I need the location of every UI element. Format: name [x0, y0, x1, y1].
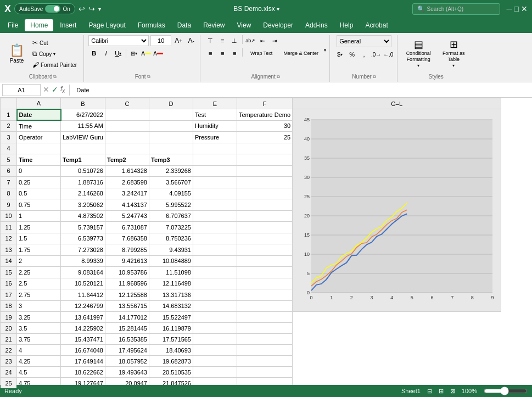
- cell-e4[interactable]: [193, 143, 237, 154]
- cell-e3[interactable]: Pressure: [193, 132, 237, 143]
- menu-page-layout[interactable]: Page Layout: [83, 19, 131, 31]
- cell-a9[interactable]: 0.75: [17, 199, 61, 211]
- cell-b8[interactable]: 2.146268: [61, 188, 105, 199]
- cell-c11[interactable]: 6.731087: [105, 222, 149, 233]
- cell-d24[interactable]: 20.510535: [149, 367, 193, 378]
- format-as-table-button[interactable]: ⊞ Format asTable ▾: [437, 38, 470, 70]
- cell-d1[interactable]: [149, 109, 193, 121]
- cell-c21[interactable]: 16.535385: [105, 334, 149, 345]
- merge-dropdown-icon[interactable]: ▾: [324, 48, 326, 59]
- cell-a2[interactable]: Time: [17, 120, 61, 132]
- normal-view-icon[interactable]: ⊟: [427, 388, 432, 392]
- decimal-increase-button[interactable]: .0→: [371, 49, 382, 60]
- cell-a5[interactable]: Time: [17, 154, 61, 166]
- formula-input[interactable]: [74, 84, 530, 96]
- cell-a20[interactable]: 3.5: [17, 323, 61, 334]
- cell-a16[interactable]: 2.5: [17, 278, 61, 289]
- cell-b18[interactable]: 12.246799: [61, 300, 105, 312]
- confirm-formula-icon[interactable]: ✓: [52, 85, 58, 94]
- cell-d15[interactable]: 11.51098: [149, 267, 193, 278]
- cell-f12[interactable]: [237, 233, 292, 244]
- cell-b13[interactable]: 7.273028: [61, 244, 105, 256]
- font-size-input[interactable]: [150, 35, 171, 46]
- format-painter-button[interactable]: 🖌 Format Painter: [29, 60, 80, 70]
- cell-d13[interactable]: 9.43931: [149, 244, 193, 256]
- cell-d8[interactable]: 4.09155: [149, 188, 193, 199]
- cell-f2[interactable]: 30: [237, 120, 292, 132]
- cell-f24[interactable]: [237, 367, 292, 378]
- col-header-c[interactable]: C: [105, 98, 149, 109]
- cell-c24[interactable]: 19.493643: [105, 367, 149, 378]
- cell-f18[interactable]: [237, 300, 292, 312]
- page-break-view-icon[interactable]: ⊠: [450, 388, 455, 392]
- cell-e12[interactable]: [193, 233, 237, 244]
- cell-c7[interactable]: 2.683598: [105, 177, 149, 188]
- col-header-b[interactable]: B: [61, 98, 105, 109]
- cell-f11[interactable]: [237, 222, 292, 233]
- col-header-f[interactable]: F: [237, 98, 292, 109]
- cell-b20[interactable]: 14.225902: [61, 323, 105, 334]
- cell-e6[interactable]: [193, 165, 237, 177]
- sheet-tab[interactable]: Sheet1: [401, 388, 421, 392]
- insert-function-icon[interactable]: fx: [60, 85, 65, 94]
- cell-d2[interactable]: [149, 120, 193, 132]
- cell-f21[interactable]: [237, 334, 292, 345]
- cell-c4[interactable]: [105, 143, 149, 154]
- cell-d20[interactable]: 16.119879: [149, 323, 193, 334]
- minimize-icon[interactable]: ─: [507, 4, 512, 13]
- cell-a14[interactable]: 2: [17, 255, 61, 267]
- cell-c19[interactable]: 14.177012: [105, 312, 149, 323]
- cell-f3[interactable]: 25: [237, 132, 292, 143]
- cell-c3[interactable]: [105, 132, 149, 143]
- menu-home[interactable]: Home: [25, 19, 53, 31]
- autosave-badge[interactable]: AutoSave On: [14, 3, 75, 14]
- name-box[interactable]: [2, 84, 41, 96]
- autosave-toggle[interactable]: [45, 5, 60, 13]
- cell-a10[interactable]: 1: [17, 210, 61, 222]
- cell-f22[interactable]: [237, 345, 292, 356]
- font-color-button[interactable]: A: [153, 48, 164, 59]
- number-expand-icon[interactable]: ⧉: [373, 74, 376, 80]
- cell-e22[interactable]: [193, 345, 237, 356]
- cell-a23[interactable]: 4.25: [17, 356, 61, 367]
- cell-d23[interactable]: 19.682873: [149, 356, 193, 367]
- chart-cell[interactable]: 0510152025303540450123456789: [293, 109, 501, 312]
- cell-c15[interactable]: 10.953786: [105, 267, 149, 278]
- cell-e13[interactable]: [193, 244, 237, 256]
- cell-c6[interactable]: 1.614328: [105, 165, 149, 177]
- cell-e2[interactable]: Humidity: [193, 120, 237, 132]
- cell-b16[interactable]: 10.520121: [61, 278, 105, 289]
- cell-a6[interactable]: 0: [17, 165, 61, 177]
- cell-d19[interactable]: 15.522497: [149, 312, 193, 323]
- cell-b3[interactable]: LabVIEW Guru: [61, 132, 105, 143]
- cell-b2[interactable]: 11:55 AM: [61, 120, 105, 132]
- font-expand-icon[interactable]: ⧉: [147, 74, 150, 80]
- cell-f7[interactable]: [237, 177, 292, 188]
- menu-view[interactable]: View: [232, 19, 257, 31]
- decimal-decrease-button[interactable]: ←.0: [383, 49, 394, 60]
- cell-f15[interactable]: [237, 267, 292, 278]
- cell-e21[interactable]: [193, 334, 237, 345]
- menu-review[interactable]: Review: [198, 19, 230, 31]
- cell-c18[interactable]: 13.556715: [105, 300, 149, 312]
- cell-b22[interactable]: 16.674048: [61, 345, 105, 356]
- cell-f13[interactable]: [237, 244, 292, 256]
- cell-d10[interactable]: 6.707637: [149, 210, 193, 222]
- italic-button[interactable]: I: [100, 48, 111, 59]
- cell-a4[interactable]: [17, 143, 61, 154]
- cell-e16[interactable]: [193, 278, 237, 289]
- cell-d16[interactable]: 12.116498: [149, 278, 193, 289]
- cell-f14[interactable]: [237, 255, 292, 267]
- cell-e15[interactable]: [193, 267, 237, 278]
- cell-a11[interactable]: 1.25: [17, 222, 61, 233]
- menu-formulas[interactable]: Formulas: [132, 19, 171, 31]
- cell-a12[interactable]: 1.5: [17, 233, 61, 244]
- cell-e9[interactable]: [193, 199, 237, 211]
- cell-f9[interactable]: [237, 199, 292, 211]
- cell-f8[interactable]: [237, 188, 292, 199]
- indent-increase-button[interactable]: ⇥: [269, 35, 280, 46]
- format-table-dropdown-icon[interactable]: ▾: [452, 63, 455, 68]
- cell-e17[interactable]: [193, 289, 237, 301]
- conditional-dropdown-icon[interactable]: ▾: [417, 63, 419, 68]
- indent-decrease-button[interactable]: ⇤: [257, 35, 268, 46]
